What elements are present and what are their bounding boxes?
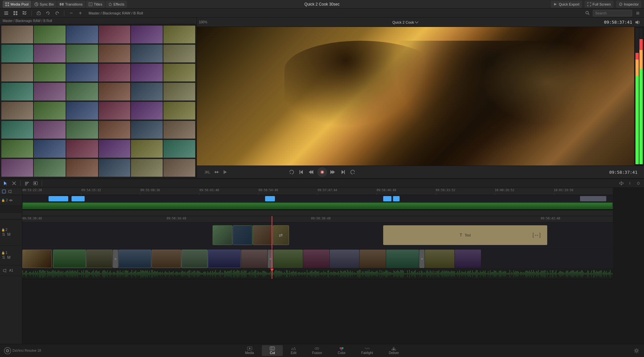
viewer-btn[interactable] [1,189,7,194]
skip-start-btn[interactable] [298,168,305,176]
tab-deliver[interactable]: Deliver [381,345,407,356]
search-btn[interactable] [584,10,591,17]
tab-media-pool[interactable]: Media Pool [3,1,31,8]
skip-end-btn[interactable] [339,168,347,176]
media-thumb-32[interactable]: coffee_and_milk_b... [66,121,98,139]
v1-clip-11[interactable] [330,250,359,268]
timeline-tracks-scroll[interactable]: 09:53:22:28 09:54:15:32 09:55:08:36 09:5… [22,188,644,344]
tab-edit[interactable]: Edit [283,345,304,356]
media-thumb-7[interactable]: Drops_of_wine_sp... [34,45,66,63]
tab-media[interactable]: Media [237,345,262,356]
v1-clip-12[interactable] [360,250,386,268]
media-thumb-31[interactable]: person_brushing_... [34,121,66,139]
track-v1-mute[interactable]: S [1,255,6,260]
v1-clip-14[interactable] [425,250,454,268]
media-thumb-21[interactable]: vineyard_on_a_far... [99,83,131,101]
media-thumb-25[interactable]: Chef_picks_tomat... [34,102,66,120]
v1-clip-6[interactable] [181,250,208,268]
media-thumb-26[interactable]: fried_cherry_toma... [66,102,98,120]
media-thumb-28[interactable]: egg_being_placed... [131,102,163,120]
media-thumb-29[interactable]: man_wearing_an_... [163,102,195,120]
filter-btn[interactable]: ⊞ [634,10,641,17]
volume-btn[interactable] [634,19,641,26]
media-thumb-34[interactable]: Rinsing_off_tomat... [131,121,163,139]
v1-clip-3[interactable] [86,250,113,268]
media-thumb-11[interactable]: river_flowing_in_t... [163,45,195,63]
v1-clip-9[interactable] [273,250,303,268]
media-thumb-15[interactable]: Wine_pouring_int... [99,64,131,82]
loop-btn[interactable] [288,168,296,176]
track-v1-solo[interactable]: M [7,255,11,260]
track-a1-mute-btn[interactable] [1,267,9,274]
tab-sync-bin[interactable]: Sync Bin [32,1,56,8]
v1-transition-cross-3[interactable]: ✕ [419,250,425,268]
v1-clip-7[interactable] [208,250,241,268]
media-thumb-27[interactable]: fire_and_smoke_c... [99,102,131,120]
media-thumb-10[interactable]: crops_in_field_at_... [131,45,163,63]
connected-clip-2[interactable] [233,225,252,245]
search-input[interactable] [593,10,632,16]
media-thumb-24[interactable]: cherry_tomatoes_... [1,102,33,120]
connected-clip-1[interactable] [213,225,232,245]
media-thumb-40[interactable]: Cooking Show [131,140,163,158]
media-thumb-8[interactable]: people_harvesting... [66,45,98,63]
media-thumb-36[interactable]: Cooking Intro Log... [1,140,33,158]
step-back-btn[interactable] [307,168,315,176]
media-thumb-43[interactable]: Millie's Moments ... [34,159,66,177]
v1-clip-5[interactable] [152,250,181,268]
tab-fusion[interactable]: Fusion [304,345,330,356]
clip-overview-3[interactable] [265,196,275,201]
media-thumb-1[interactable]: tractor_riding_ove... [34,26,66,44]
tab-fairlight[interactable]: Fairlight [353,345,381,356]
metadata-view-btn[interactable] [21,10,28,17]
add-track-btn[interactable] [618,180,625,187]
trim-btn[interactable] [213,168,220,176]
media-thumb-16[interactable]: wine_being_poure... [131,64,163,82]
media-thumb-13[interactable]: red_wine_being_p... [34,64,66,82]
media-thumb-6[interactable]: woman_opening_... [1,45,33,63]
list-view-btn[interactable] [3,10,10,17]
media-thumb-23[interactable]: Red_wine_being_p... [163,83,195,101]
media-thumb-38[interactable]: Cooking Lower Thi... [66,140,98,158]
v1-clip-1[interactable] [22,250,52,268]
media-thumb-17[interactable]: sun_shining_over_... [163,64,195,82]
tab-transitions[interactable]: Transitions [57,1,85,8]
full-screen-btn[interactable]: Full Screen [585,1,613,8]
media-thumb-3[interactable]: small_red_grape_c... [99,26,131,44]
v1-clip-8[interactable] [241,250,267,268]
media-thumb-0[interactable]: man_pouring_liqu... [1,26,33,44]
loop2-btn[interactable] [349,168,357,176]
media-thumb-37[interactable]: Cooking Lower Thi... [34,140,66,158]
v1-clip-15[interactable] [455,250,481,268]
in-point-btn[interactable] [222,168,230,176]
timeline-view-btn[interactable] [23,180,31,187]
clip-overview-2[interactable] [72,196,85,201]
v1-clip-2[interactable] [53,250,86,268]
media-thumb-45[interactable]: Millie's Moments ... [99,159,131,177]
media-thumb-2[interactable]: grapes_cluster_on... [66,26,98,44]
timeline-tool-2[interactable] [10,180,18,187]
media-thumb-18[interactable]: yellow_fields_in_bl... [1,83,33,101]
mark-in-btn[interactable]: I [626,180,634,187]
clip-overview-end[interactable] [580,196,606,201]
title-clip[interactable]: T Text [↔] [383,225,547,245]
redo-btn[interactable] [53,10,61,17]
play-pause-btn[interactable] [317,167,327,177]
zoom-out-btn[interactable]: − [68,10,75,17]
timeline-zoom-btn[interactable] [32,180,39,187]
tab-cut[interactable]: Cut [262,345,283,356]
media-thumb-19[interactable]: sun_shining_over_... [34,83,66,101]
settings-btn[interactable] [633,347,640,354]
v1-clip-4[interactable] [118,250,151,268]
v1-clip-10[interactable] [303,250,329,268]
media-thumb-39[interactable]: Quick 2 Cook [99,140,131,158]
media-thumb-47[interactable]: Quick to Cook_... [163,159,195,177]
quick-export-btn[interactable]: Quick Export [551,1,582,8]
clip-overview-1[interactable] [49,196,68,201]
media-thumb-22[interactable]: Rows_of_grape_tr... [131,83,163,101]
v1-transition-cross-2[interactable]: ✕ [268,250,273,268]
jkl-controls[interactable]: JKL [203,168,211,176]
track-audio-mute[interactable]: S [1,232,6,237]
media-thumb-41[interactable]: Cooking Show_... [163,140,195,158]
undo-btn[interactable] [44,10,52,17]
